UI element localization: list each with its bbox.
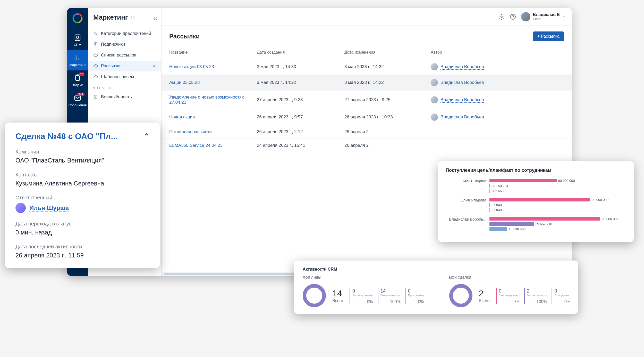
badge: 10 [79,72,84,76]
user-name: Владислав В [533,12,560,17]
metric-num: 0 [352,288,373,294]
section-title: Маркетинг [93,13,128,21]
row-modified: 3 мая 2023 г., 14:32 [344,64,431,69]
row-modified: 26 апреля 2023 г., 10:33 [344,115,431,120]
gear-icon[interactable] [152,64,156,68]
table-row[interactable]: Новые акции 03.05.23 3 мая 2023 г., 14:3… [162,59,572,75]
row-created: 3 мая 2023 г., 14:22 [257,80,344,85]
bar-value: 37 848 [492,203,502,207]
column-header[interactable]: Дата изменения [344,50,431,55]
owner-user[interactable]: Илья Шурша [15,203,149,213]
gear-icon[interactable] [131,15,135,20]
chart-row: Владислав Воробь...99 000 00039 667 7101… [446,216,626,232]
section-subtitle: МОИ СДЕЛКИ [449,276,575,279]
chart-category: Илья Шурша [446,178,489,183]
bar: 381 503,04 [489,183,626,188]
activities-card: Активности CRM МОИ ЛИДЫ 14 Всего 0 Запла… [294,261,578,314]
chevron-down-icon [562,15,565,18]
row-name[interactable]: Акции 03.05.23 [169,80,257,85]
activities-section: МОИ СДЕЛКИ 2 Всего 0 Запланировано 0% 2 … [449,276,575,307]
table-row[interactable]: Пятничная рассылка 26 апреля 2023 г., 2:… [162,125,572,139]
topbar: Владислав В Elma [162,8,572,26]
sidebar-item-label: Вовлечённость [101,94,132,100]
sidebar-item[interactable]: Вовлечённость [88,92,161,102]
metric-label: Запланировано [499,294,520,297]
row-name[interactable]: Новые акции 03.05.23 [169,64,257,69]
gear-icon[interactable] [498,14,505,20]
rail-item-Маркетинг[interactable]: Маркетинг [67,50,88,70]
column-header[interactable]: Автор [431,50,564,55]
bar: 37 848 [489,208,626,212]
sidebar-group[interactable]: ▾ОТЧЕТЫ [88,82,161,92]
table-row[interactable]: Уведомление о новых возможностях 27.04.2… [162,90,572,109]
tag-icon [93,31,98,36]
group-label: ОТЧЕТЫ [97,86,112,90]
contact-icon [74,34,81,42]
total-number: 2 [479,288,490,298]
row-author[interactable]: Владислав Воробьев [431,113,564,121]
row-name[interactable]: Пятничная рассылка [169,129,257,134]
metric-label: Просрочено [408,294,424,297]
table-row[interactable]: ELMA365 Service 24.04.23 24 апреля 2023 … [162,139,572,152]
metric-num: 0 [499,288,520,294]
metric-pct: 0% [408,299,424,304]
sidebar-item[interactable]: Списки рассылок [88,50,161,61]
table-row[interactable]: Акции 03.05.23 3 мая 2023 г., 14:22 3 ма… [162,75,572,90]
row-author[interactable]: Владислав Воробьев [431,63,564,70]
bar: 15 898 460 [489,227,626,231]
status-label: Дата перехода в статус [15,221,149,227]
owner-name: Илья Шурша [29,204,69,212]
row-modified: 28 апреля 2 [344,129,431,134]
company-label: Компания [15,149,149,155]
owner-label: Ответственный [15,195,149,201]
rail-item-CRM[interactable]: CRM [67,30,88,50]
deal-title-text: Сделка №48 с ОАО "Пл... [15,132,118,141]
metric-pct: 100% [527,299,547,304]
row-created: 24 апреля 2023 г., 16:41 [257,143,344,148]
row-name[interactable]: ELMA365 Service 24.04.23 [169,143,257,148]
chart-row: Юлия Япарова90 000 00037 84837 848 [446,197,626,213]
avatar [431,96,438,103]
table-row[interactable]: Новая акция 26 апреля 2023 г., 9:57 26 а… [162,109,572,125]
bar: 282 669,6 [489,189,626,193]
help-icon[interactable] [510,14,516,20]
metric-label: Без активности [527,294,547,297]
metric: 0 Запланировано 0% [496,288,524,304]
row-name[interactable]: Уведомление о новых возможностях 27.04.2… [169,95,257,105]
column-header[interactable]: Дата создания [257,50,344,55]
row-author[interactable]: Владислав Воробьев [431,79,564,86]
row-modified: 26 апреля 2 [344,143,431,148]
bar: 37 848 [489,202,626,207]
user-menu[interactable]: Владислав В Elma [521,12,565,21]
bar-value: 60 000 000 [558,179,575,183]
svg-point-14 [501,16,502,18]
metric: 0 Просрочено 0% [552,288,575,304]
scrollbar-thumb[interactable] [164,273,298,275]
rail-item-Сообщения[interactable]: Сообщения 547 [67,91,88,111]
row-author[interactable]: Владислав Воробьев [431,96,564,103]
deal-title[interactable]: Сделка №48 с ОАО "Пл... ⌃ [15,132,149,141]
svg-point-5 [77,36,79,38]
sidebar-item[interactable]: Подписчики [88,39,161,50]
metric-num: 2 [527,288,547,294]
author-name: Владислав Воробьев [440,64,484,70]
metric-num: 14 [380,288,401,294]
sidebar-item[interactable]: Шаблоны писем [88,71,161,82]
avatar [15,203,26,213]
collapse-icon[interactable] [152,15,159,22]
row-created: 26 апреля 2023 г., 9:57 [257,115,344,120]
sidebar-item[interactable]: Категории предпочтений [88,28,161,39]
donut-chart [303,284,326,307]
bar: 99 000 000 [489,216,626,221]
row-name[interactable]: Новая акция [169,115,257,120]
avatar [431,79,438,86]
column-header[interactable]: Название [169,50,257,55]
bar-value: 381 503,04 [492,184,508,188]
avatar [521,12,530,21]
page-head: Рассылки + Рассылка [162,26,572,46]
sidebar-item[interactable]: Рассылки [88,61,161,71]
chevron-up-icon[interactable]: ⌃ [143,132,149,141]
add-button[interactable]: + Рассылка [533,31,564,41]
app-logo-icon [72,13,83,24]
rail-item-Задачи[interactable]: Задачи 10 [67,70,88,91]
